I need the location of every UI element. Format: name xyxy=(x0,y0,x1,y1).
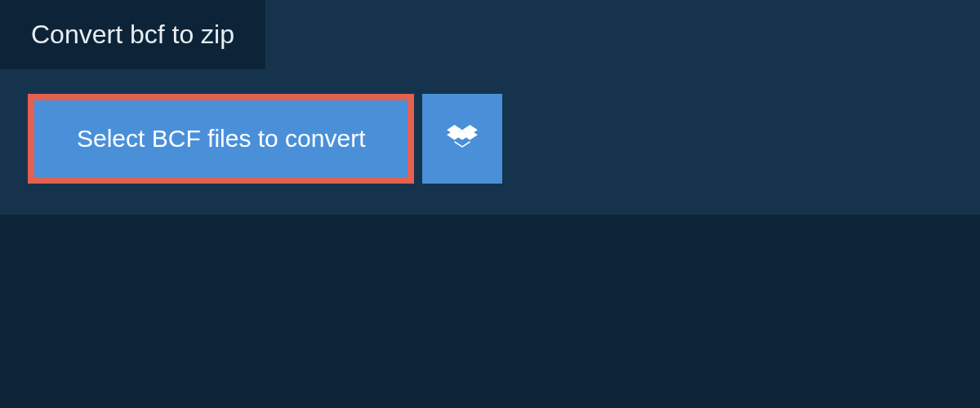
select-files-button[interactable]: Select BCF files to convert xyxy=(28,94,414,184)
tab-title: Convert bcf to zip xyxy=(0,0,265,69)
tab-label: Convert bcf to zip xyxy=(31,20,234,49)
select-files-label: Select BCF files to convert xyxy=(77,125,365,153)
button-row: Select BCF files to convert xyxy=(0,69,980,215)
dropbox-icon xyxy=(447,125,478,153)
converter-panel: Convert bcf to zip Select BCF files to c… xyxy=(0,0,980,215)
dropbox-button[interactable] xyxy=(422,94,502,184)
